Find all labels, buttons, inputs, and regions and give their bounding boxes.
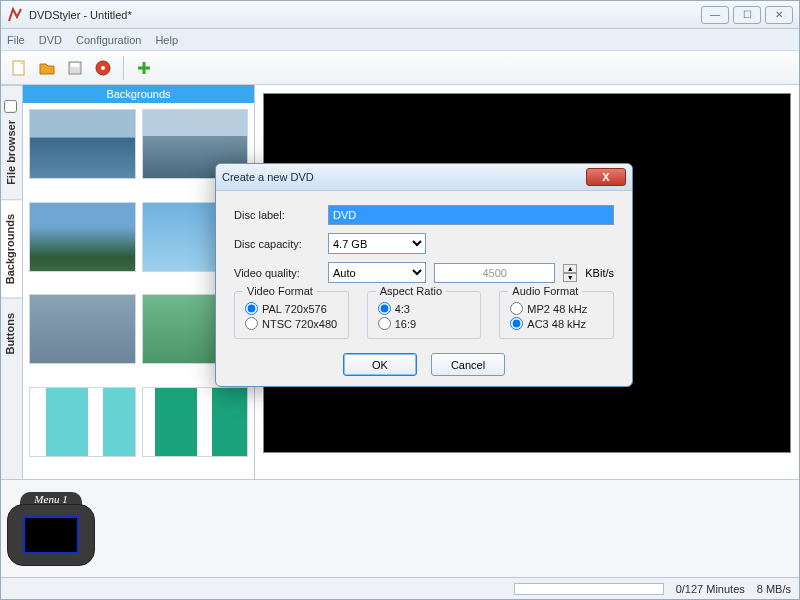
background-thumb[interactable] [29, 387, 136, 457]
new-file-icon[interactable] [7, 56, 31, 80]
minimize-button[interactable]: — [701, 6, 729, 24]
aspect-ratio-group: Aspect Ratio 4:3 16:9 [367, 291, 482, 339]
toolbar [1, 51, 799, 85]
spinner-up-icon[interactable]: ▲ [563, 264, 577, 273]
video-quality-select[interactable]: Auto [328, 262, 426, 283]
svg-rect-2 [71, 63, 79, 67]
disc-label-label: Disc label: [234, 209, 320, 221]
video-quality-label: Video quality: [234, 267, 320, 279]
ok-button[interactable]: OK [343, 353, 417, 376]
menubar: File DVD Configuration Help [1, 29, 799, 51]
bitrate-spinner[interactable]: ▲ ▼ [563, 264, 577, 282]
menu-thumbnail [7, 504, 95, 566]
background-thumb[interactable] [142, 387, 249, 457]
tab-file-browser[interactable]: File browser [1, 85, 22, 199]
bitrate-input [434, 263, 555, 283]
tab-file-browser-checkbox[interactable] [4, 100, 17, 113]
audio-format-group: Audio Format MP2 48 kHz AC3 48 kHz [499, 291, 614, 339]
audio-ac3-radio[interactable] [510, 317, 523, 330]
progress-bar [514, 583, 664, 595]
app-icon [7, 7, 23, 23]
menu-dvd[interactable]: DVD [39, 34, 62, 46]
window-controls: — ☐ ✕ [701, 6, 793, 24]
cancel-button[interactable]: Cancel [431, 353, 505, 376]
side-tabs: File browser Backgrounds Buttons [1, 85, 23, 479]
spinner-down-icon[interactable]: ▼ [563, 273, 577, 282]
dialog-body: Disc label: Disc capacity: 4.7 GB Video … [216, 191, 632, 386]
dialog-close-button[interactable]: X [586, 168, 626, 186]
menu-configuration[interactable]: Configuration [76, 34, 141, 46]
tab-buttons[interactable]: Buttons [1, 298, 22, 369]
audio-mp2-radio[interactable] [510, 302, 523, 315]
open-file-icon[interactable] [35, 56, 59, 80]
panel-header: Backgrounds [23, 85, 254, 103]
close-button[interactable]: ✕ [765, 6, 793, 24]
timeline-strip: Menu 1 [1, 479, 799, 577]
menu-file[interactable]: File [7, 34, 25, 46]
video-format-legend: Video Format [243, 285, 317, 297]
svg-point-4 [101, 66, 105, 70]
menu-thumbnail-item[interactable]: Menu 1 [7, 492, 95, 566]
tab-backgrounds[interactable]: Backgrounds [1, 199, 22, 298]
aspect-169-radio[interactable] [378, 317, 391, 330]
aspect-43-radio[interactable] [378, 302, 391, 315]
dialog-title: Create a new DVD [222, 171, 586, 183]
statusbar: 0/127 Minutes 8 MB/s [1, 577, 799, 599]
add-icon[interactable] [132, 56, 156, 80]
status-rate: 8 MB/s [757, 583, 791, 595]
dialog-titlebar: Create a new DVD X [216, 164, 632, 191]
video-format-group: Video Format PAL 720x576 NTSC 720x480 [234, 291, 349, 339]
status-minutes: 0/127 Minutes [676, 583, 745, 595]
menu-thumbnail-inner [23, 516, 79, 554]
burn-disc-icon[interactable] [91, 56, 115, 80]
kbits-label: KBit/s [585, 267, 614, 279]
background-thumb[interactable] [29, 202, 136, 272]
disc-label-input[interactable] [328, 205, 614, 225]
background-thumb[interactable] [29, 109, 136, 179]
save-icon[interactable] [63, 56, 87, 80]
aspect-ratio-legend: Aspect Ratio [376, 285, 446, 297]
disc-capacity-label: Disc capacity: [234, 238, 320, 250]
video-pal-radio[interactable] [245, 302, 258, 315]
background-thumb[interactable] [29, 294, 136, 364]
audio-format-legend: Audio Format [508, 285, 582, 297]
titlebar: DVDStyler - Untitled* — ☐ ✕ [1, 1, 799, 29]
create-dvd-dialog: Create a new DVD X Disc label: Disc capa… [215, 163, 633, 387]
toolbar-separator [123, 56, 124, 80]
maximize-button[interactable]: ☐ [733, 6, 761, 24]
menu-help[interactable]: Help [155, 34, 178, 46]
window-title: DVDStyler - Untitled* [29, 9, 701, 21]
disc-capacity-select[interactable]: 4.7 GB [328, 233, 426, 254]
video-ntsc-radio[interactable] [245, 317, 258, 330]
